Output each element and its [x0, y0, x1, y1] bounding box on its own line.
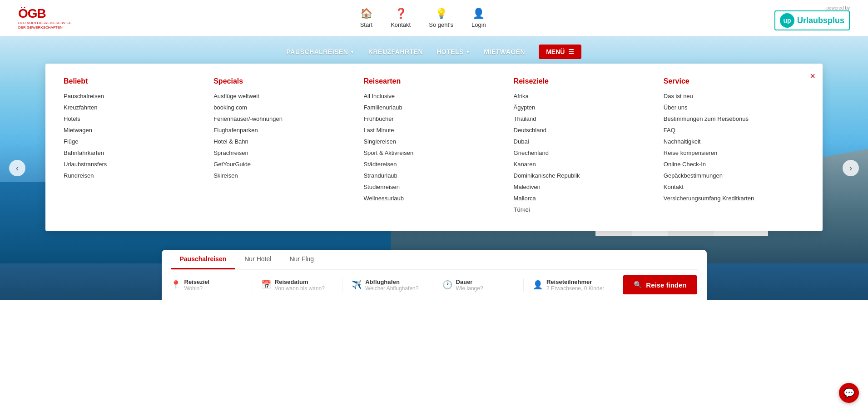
list-item[interactable]: Dubai	[514, 138, 655, 145]
search-button-label: Reise finden	[646, 281, 686, 289]
list-item[interactable]: Ägypten	[514, 104, 655, 111]
nav-start-label: Start	[360, 21, 372, 28]
list-item[interactable]: Bestimmungen zum Reisebonus	[664, 115, 804, 122]
list-item[interactable]: Malediven	[514, 184, 655, 190]
tab-pauschalreisen[interactable]: Pauschalreisen	[171, 250, 236, 269]
topnav-kreuzfahrten-label: KREUZFAHRTEN	[368, 48, 423, 55]
list-item[interactable]: booking.com	[213, 104, 354, 111]
topnav-hotels-label: HOTELS	[436, 48, 464, 55]
search-tabs: Pauschalreisen Nur Hotel Nur Flug	[171, 250, 698, 270]
mega-col-specials: Specials Ausflüge weltweit booking.com F…	[213, 77, 354, 218]
list-item[interactable]: Online Check-In	[664, 161, 804, 168]
list-item[interactable]: Kanaren	[514, 161, 655, 168]
list-item[interactable]: Griechenland	[514, 149, 655, 156]
list-item[interactable]: Skireisen	[213, 172, 354, 179]
list-item[interactable]: Reise kompensieren	[664, 149, 804, 156]
abflughafen-label: Abflughafen	[365, 278, 418, 285]
list-item[interactable]: Singlereisen	[363, 138, 504, 145]
dauer-field[interactable]: 🕐 Dauer Wie lange?	[442, 278, 524, 292]
topnav-hotels[interactable]: HOTELS ▼	[436, 48, 470, 55]
list-item[interactable]: Über uns	[664, 104, 804, 111]
list-item[interactable]: All Inclusive	[363, 93, 504, 99]
list-item[interactable]: Familienurlaub	[363, 104, 504, 111]
list-item[interactable]: Gepäckbestimmungen	[664, 172, 804, 179]
list-item[interactable]: Versicherungsumfang Kreditkarten	[664, 195, 804, 202]
list-item[interactable]: Das ist neu	[664, 93, 804, 99]
list-item[interactable]: Mietwagen	[64, 127, 204, 134]
abflughafen-field[interactable]: ✈️ Abflughafen Welcher Abflughafen?	[352, 278, 433, 292]
nav-start[interactable]: 🏠 Start	[360, 8, 372, 28]
list-item[interactable]: Hotels	[64, 115, 204, 122]
urlaubsplus-logo[interactable]: up Urlaubsplus	[774, 10, 850, 30]
search-button[interactable]: 🔍 Reise finden	[623, 275, 697, 294]
list-item[interactable]: Sprachreisen	[213, 149, 354, 156]
service-title: Service	[664, 77, 804, 85]
list-item[interactable]: Urlaubstransfers	[64, 161, 204, 168]
location-icon: 📍	[171, 280, 181, 290]
list-item[interactable]: Nachhaltigkeit	[664, 138, 804, 145]
list-item[interactable]: Last Minute	[363, 127, 504, 134]
nav-sogehts[interactable]: 💡 So geht's	[429, 8, 453, 28]
dauer-label: Dauer	[456, 278, 483, 285]
beliebt-title: Beliebt	[64, 77, 204, 85]
list-item[interactable]: Ferienhäuser/-wohnungen	[213, 115, 354, 122]
reiseziel-field[interactable]: 📍 Reiseziel Wohin?	[171, 278, 252, 292]
topnav-kreuzfahrten[interactable]: KREUZFAHRTEN	[368, 48, 423, 55]
nav-login-label: Login	[471, 21, 486, 28]
list-item[interactable]: Städtereisen	[363, 161, 504, 168]
menu-button[interactable]: MENÜ ☰	[539, 45, 581, 59]
list-item[interactable]: Rundreisen	[64, 172, 204, 179]
brand-section: powered by up Urlaubsplus	[774, 5, 850, 30]
nav-login[interactable]: 👤 Login	[471, 8, 486, 28]
reisedatum-placeholder: Von wann bis wann?	[275, 285, 325, 292]
list-item[interactable]: GetYourGuide	[213, 161, 354, 168]
list-item[interactable]: Studienreisen	[363, 184, 504, 190]
chevron-down-icon: ▼	[350, 50, 354, 55]
reisedatum-field[interactable]: 📅 Reisedatum Von wann bis wann?	[261, 278, 342, 292]
logo-subline1: DER VORTEILSREISESERVICE	[18, 21, 72, 25]
reisedatum-label: Reisedatum	[275, 278, 325, 285]
lightbulb-icon: 💡	[435, 8, 447, 20]
list-item[interactable]: Flüge	[64, 138, 204, 145]
mega-col-beliebt: Beliebt Pauschalreisen Kreuzfahrten Hote…	[64, 77, 204, 218]
menu-button-label: MENÜ	[546, 48, 565, 55]
list-item[interactable]: Strandurlaub	[363, 172, 504, 179]
nav-sogehts-label: So geht's	[429, 21, 453, 28]
search-icon: 🔍	[634, 281, 642, 289]
carousel-next-button[interactable]: ›	[843, 160, 859, 176]
chevron-right-icon: ›	[849, 164, 852, 173]
user-icon: 👤	[472, 8, 485, 20]
search-bar: Pauschalreisen Nur Hotel Nur Flug 📍 Reis…	[162, 250, 707, 300]
reiseteilnehmer-field[interactable]: 👤 Reiseteilnehmer 2 Erwachsene, 0 Kinder	[533, 278, 614, 292]
list-item[interactable]: Ausflüge weltweit	[213, 93, 354, 99]
list-item[interactable]: Hotel & Bahn	[213, 138, 354, 145]
list-item[interactable]: Deutschland	[514, 127, 655, 134]
list-item[interactable]: Mallorca	[514, 195, 655, 202]
list-item[interactable]: Kontakt	[664, 184, 804, 190]
topnav-mietwagen[interactable]: MIETWAGEN	[484, 48, 525, 55]
close-button[interactable]: ×	[810, 71, 815, 81]
nav-kontakt[interactable]: ❓ Kontakt	[391, 8, 411, 28]
list-item[interactable]: FAQ	[664, 127, 804, 134]
list-item[interactable]: Thailand	[514, 115, 655, 122]
list-item[interactable]: Pauschalreisen	[64, 93, 204, 99]
carousel-prev-button[interactable]: ‹	[9, 160, 25, 176]
abflughafen-placeholder: Welcher Abflughafen?	[365, 285, 418, 292]
topnav-mietwagen-label: MIETWAGEN	[484, 48, 525, 55]
search-fields: 📍 Reiseziel Wohin? 📅 Reisedatum Von wann…	[171, 270, 698, 300]
list-item[interactable]: Dominikanische Republik	[514, 172, 655, 179]
tab-nur-flug[interactable]: Nur Flug	[280, 250, 323, 269]
list-item[interactable]: Sport & Aktivreisen	[363, 149, 504, 156]
list-item[interactable]: Flughafenparken	[213, 127, 354, 134]
plane-icon: ✈️	[352, 280, 362, 290]
list-item[interactable]: Türkei	[514, 206, 655, 213]
reiseziele-title: Reiseziele	[514, 77, 655, 85]
list-item[interactable]: Afrika	[514, 93, 655, 99]
list-item[interactable]: Wellnessurlaub	[363, 195, 504, 202]
mega-menu: × Beliebt Pauschalreisen Kreuzfahrten Ho…	[45, 64, 823, 231]
list-item[interactable]: Frühbucher	[363, 115, 504, 122]
list-item[interactable]: Bahnfahrkarten	[64, 149, 204, 156]
topnav-pauschalreisen[interactable]: PAUSCHALREISEN ▼	[287, 48, 355, 55]
list-item[interactable]: Kreuzfahrten	[64, 104, 204, 111]
tab-nur-hotel[interactable]: Nur Hotel	[235, 250, 280, 269]
